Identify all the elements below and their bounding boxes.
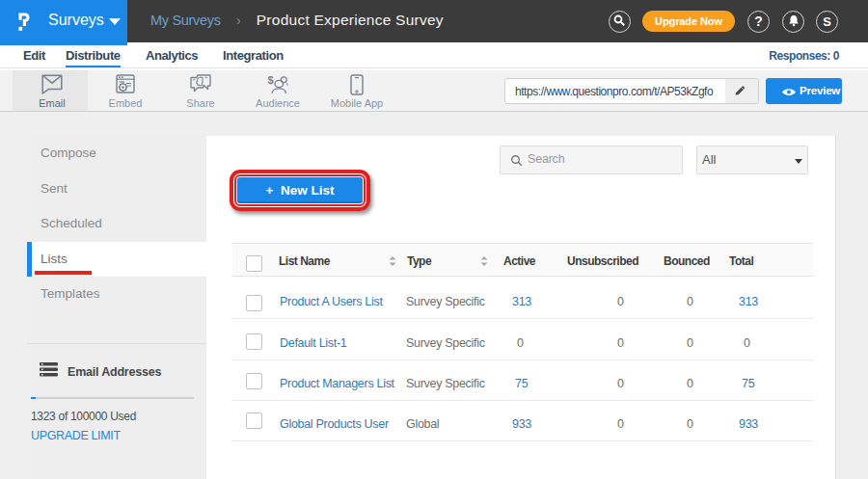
svg-text:$: $ xyxy=(268,74,274,86)
